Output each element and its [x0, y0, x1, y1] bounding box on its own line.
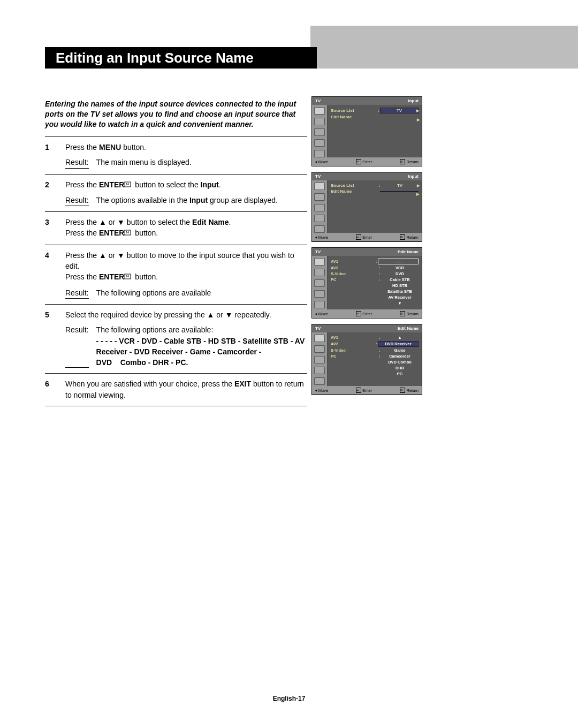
- step-text: Select the required device by pressing t…: [65, 309, 307, 320]
- step: 2 Press the ENTER button to select the I…: [45, 174, 307, 212]
- osd-row-value: HD STB: [381, 283, 419, 288]
- step-bold: MENU: [99, 143, 121, 151]
- step-number: 4: [45, 250, 65, 299]
- updown-icon: ♦: [315, 388, 317, 393]
- enter-icon: [124, 180, 133, 191]
- osd-row: Edit Name ▶: [331, 115, 419, 119]
- osd-row-label: Edit Name: [331, 115, 378, 119]
- result-label: Result:: [65, 157, 89, 168]
- updown-icon: ♦: [315, 160, 317, 164]
- step-text: Press the: [65, 272, 99, 281]
- step-text: When you are satisfied with your choice,…: [65, 380, 234, 388]
- osd-row-value: TV▶: [380, 108, 419, 113]
- osd-foot-label: Return: [406, 388, 419, 393]
- caret-right-icon: ▶: [417, 118, 420, 122]
- osd-row: PC:Camcorder: [331, 354, 419, 359]
- osd-row: ▼: [331, 301, 419, 306]
- osd-foot-label: Move: [318, 312, 328, 316]
- osd-row: DHR: [331, 366, 419, 370]
- return-icon: Ⅲ: [400, 311, 405, 316]
- osd-row-value: PC: [381, 371, 419, 376]
- osd-row-label: S-Video: [331, 271, 378, 276]
- result-text-part: The following options are available:: [96, 324, 307, 335]
- result-label: Result:: [65, 287, 89, 299]
- enter-icon: [124, 228, 133, 239]
- osd-title-right: Input: [408, 98, 419, 103]
- osd-panel: TV Edit Name AV1: - - - - AV2:VCR: [311, 247, 422, 318]
- channel-icon: [314, 367, 325, 374]
- step: 6 When you are satisfied with your choic…: [45, 373, 307, 406]
- tv-icon: [314, 183, 325, 190]
- osd-foot-label: Move: [318, 388, 328, 393]
- osd-panel: TV Input Source List : TV▶: [311, 172, 422, 242]
- osd-row: Source List : TV▶: [331, 183, 419, 188]
- osd-footer: ♦Move ↵Enter ⅢReturn: [312, 386, 422, 395]
- osd-row-value: DVD Combo: [381, 360, 419, 365]
- osd-footer: ♦Move ↵Enter ⅢReturn: [312, 233, 422, 241]
- osd-stack: TV Input Source List : TV▶: [311, 96, 422, 400]
- osd-row: DVD Combo: [331, 360, 419, 365]
- step-bold: ENTER: [99, 272, 124, 281]
- picture-icon: [314, 269, 325, 276]
- osd-foot-label: Move: [318, 235, 328, 240]
- step-bold: Edit Name: [192, 218, 229, 226]
- osd-row-value: Cable STB: [381, 277, 419, 282]
- setup-icon: [314, 377, 325, 385]
- return-icon: Ⅲ: [400, 159, 405, 164]
- setup-icon: [314, 150, 325, 157]
- osd-foot-label: Enter: [362, 312, 372, 316]
- step-number: 3: [45, 217, 65, 239]
- tv-icon: [314, 107, 325, 115]
- step-body: When you are satisfied with your choice,…: [65, 378, 307, 400]
- sound-icon: [314, 128, 325, 136]
- channel-icon: [314, 139, 325, 147]
- step-text: .: [229, 218, 231, 226]
- step-number: 5: [45, 309, 65, 368]
- step-text: Press the: [65, 143, 99, 151]
- step-body: Press the ▲ or ▼ button to select the Ed…: [65, 217, 307, 239]
- setup-icon: [314, 225, 325, 233]
- osd-row-value: AV Receiver: [381, 295, 419, 300]
- osd-title-left: TV: [315, 98, 321, 103]
- sound-icon: [314, 204, 325, 211]
- osd-sidebar-icons: [312, 105, 328, 157]
- step-text: button to select the: [133, 180, 200, 189]
- osd-row-value: ▶: [380, 191, 419, 192]
- osd-row-value: DVD: [381, 271, 419, 276]
- step-text: Press the ▲ or ▼ button to select the: [65, 218, 192, 226]
- result-text: The following options are available: [96, 287, 211, 299]
- result-bold: Input: [189, 196, 208, 204]
- osd-row: PC: [331, 371, 419, 376]
- osd-title-right: Edit Name: [398, 249, 419, 254]
- osd-row-value: Camcorder: [381, 354, 419, 359]
- step-bold: ENTER: [99, 229, 124, 237]
- step-bold: Input: [201, 180, 219, 189]
- step-body: Press the MENU button. Result: The main …: [65, 142, 307, 169]
- osd-row-label: PC: [331, 354, 378, 359]
- step-bold: EXIT: [234, 380, 251, 388]
- osd-row-value: TV▶: [381, 183, 419, 188]
- step-body: Press the ENTER button to select the Inp…: [65, 179, 307, 207]
- result-text: The following options are available: - -…: [96, 324, 307, 368]
- osd-row-label: PC: [331, 277, 378, 282]
- osd-row-value: Satellite STB: [381, 289, 419, 294]
- channel-icon: [314, 290, 325, 298]
- enter-icon: ↵: [356, 311, 361, 316]
- step-text: Press the: [65, 180, 99, 189]
- step: 1 Press the MENU button. Result: The mai…: [45, 136, 307, 174]
- osd-title-right: Input: [408, 174, 419, 179]
- enter-icon: [124, 272, 133, 283]
- osd-row-label: Source List: [331, 183, 378, 188]
- header-band: [310, 26, 578, 69]
- step-bold: ENTER: [99, 180, 124, 189]
- step-number: 6: [45, 378, 65, 400]
- osd-row-label: S-Video: [331, 348, 378, 353]
- step-number: 1: [45, 142, 65, 169]
- osd-row-label: AV2: [331, 266, 378, 270]
- osd-row-label: AV1: [331, 259, 375, 264]
- osd-title-left: TV: [315, 174, 321, 179]
- picture-icon: [314, 193, 325, 201]
- svg-rect-0: [124, 182, 131, 187]
- step-text: Press the: [65, 229, 99, 237]
- osd-panel: TV Input Source List : TV▶: [311, 96, 422, 166]
